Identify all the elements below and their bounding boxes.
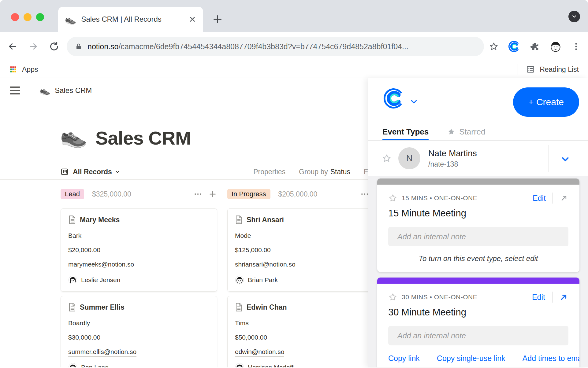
record-card[interactable]: Summer Ellis Boardly $30,000.00 summer.e… (61, 296, 217, 367)
male-face-icon (235, 363, 244, 367)
browser-menu-icon[interactable] (571, 42, 581, 51)
properties-button[interactable]: Properties (253, 168, 285, 176)
record-company: Mode (235, 232, 368, 239)
edit-link[interactable]: Edit (533, 194, 546, 203)
status-badge[interactable]: In Progress (227, 189, 270, 199)
column-more-icon[interactable] (360, 190, 368, 199)
record-company: Boardly (68, 319, 210, 327)
page-emoji-sneaker-icon[interactable]: 👟 (60, 123, 87, 149)
view-toolbar-divider (0, 179, 368, 180)
record-card[interactable]: Shri Ansari Mode $125,000.00 shriansari@… (227, 208, 368, 292)
sneaker-icon: 👟 (40, 86, 50, 96)
star-outline-icon[interactable] (388, 193, 397, 203)
view-toolbar: All Records Properties Group byStatus F (0, 164, 368, 179)
event-type-card: 15 MINS • ONE-ON-ONE Edit 15 Minute Meet… (377, 178, 579, 272)
tab-search-button[interactable] (568, 11, 580, 22)
minimize-window-button[interactable] (24, 13, 32, 21)
breadcrumb-label: Sales CRM (55, 86, 92, 95)
page-title-block: 👟 Sales CRM (60, 123, 191, 149)
record-name: Mary Meeks (80, 216, 120, 224)
owner-avatar (235, 275, 244, 285)
record-email-link[interactable]: summer.ellis@notion.so (68, 348, 136, 357)
sidebar-toggle-hamburger-icon[interactable] (10, 86, 20, 94)
record-amount: $50,000.00 (235, 334, 368, 341)
create-button[interactable]: + Create (513, 87, 579, 117)
internal-note-input[interactable] (388, 227, 568, 246)
group-by-value: Status (330, 168, 350, 176)
view-name: All Records (73, 168, 112, 176)
document-icon (235, 303, 243, 311)
event-type-card: 30 MINS • ONE-ON-ONE Edit 30 Minute Meet… (377, 278, 579, 367)
tab-event-types[interactable]: Event Types (382, 123, 429, 140)
extensions-puzzle-icon[interactable] (530, 42, 540, 51)
bookmark-star-icon[interactable] (489, 42, 499, 51)
copy-single-use-link-button[interactable]: Copy single-use link (437, 354, 505, 363)
edit-link[interactable]: Edit (532, 293, 545, 302)
new-tab-button[interactable] (212, 14, 223, 24)
url-path: /camacme/6de9fb7454454344a8087709f4b3b83… (118, 42, 408, 51)
record-email-link[interactable]: edwin@notion.so (235, 348, 284, 357)
zoom-window-button[interactable] (36, 13, 44, 21)
column-total: $325,000.00 (92, 190, 131, 198)
back-button[interactable] (7, 41, 18, 52)
tab-starred-label: Starred (459, 127, 485, 137)
event-title: 30 Minute Meeting (388, 307, 568, 318)
record-email-link[interactable]: marymeeks@notion.so (68, 261, 134, 269)
male-face-icon (68, 363, 77, 367)
record-name: Edwin Chan (247, 303, 287, 311)
record-email-link[interactable]: shriansari@notion.so (235, 261, 296, 269)
record-amount: $125,000.00 (235, 246, 368, 254)
profile-chevron-down-icon[interactable] (560, 154, 571, 164)
status-badge[interactable]: Lead (61, 189, 84, 199)
record-name: Summer Ellis (80, 303, 125, 311)
profile-row[interactable]: N Nate Martins /nate-138 (368, 141, 588, 176)
profile-avatar[interactable] (549, 40, 562, 53)
account-chevron-down-icon[interactable] (409, 97, 419, 106)
record-name: Shri Ansari (247, 216, 284, 224)
column-more-icon[interactable] (193, 190, 203, 199)
reload-button[interactable] (49, 41, 59, 52)
record-card[interactable]: Edwin Chan Tims $50,000.00 edwin@notion.… (227, 296, 368, 367)
star-outline-icon[interactable] (388, 293, 397, 302)
record-card[interactable]: Mary Meeks Bark $20,000.00 marymeeks@not… (61, 208, 217, 292)
address-bar[interactable]: notion.so/camacme/6de9fb7454454344a80877… (67, 37, 484, 56)
document-icon (235, 215, 243, 224)
breadcrumb[interactable]: 👟 Sales CRM (40, 86, 92, 96)
copy-link-button[interactable]: Copy link (388, 354, 420, 363)
add-times-to-email-button[interactable]: Add times to email (523, 354, 579, 363)
record-owner: Ben Lang (81, 364, 109, 367)
filter-button-truncated[interactable]: F (364, 168, 368, 176)
column-add-icon[interactable] (208, 190, 217, 199)
tab-strip: 👟 Sales CRM | All Records (0, 0, 588, 32)
document-icon (68, 215, 76, 224)
record-amount: $30,000.00 (68, 334, 210, 341)
owner-avatar (68, 363, 77, 367)
forward-button[interactable] (28, 41, 39, 52)
tab-starred[interactable]: Starred (447, 123, 485, 140)
female-face-icon (68, 275, 77, 285)
reading-list-button[interactable]: Reading List (540, 65, 579, 74)
column-header: Lead $325,000.00 (61, 188, 217, 200)
user-face-icon (549, 40, 562, 53)
board-view-icon (61, 168, 69, 176)
calendly-extension-icon[interactable] (508, 40, 521, 53)
star-outline-icon[interactable] (382, 153, 392, 163)
browser-window: 👟 Sales CRM | All Records notion.so/cama… (0, 0, 588, 368)
internal-note-input[interactable] (388, 326, 568, 345)
bookmark-apps[interactable]: Apps (22, 65, 38, 74)
bookmarks-divider (518, 64, 518, 75)
bookmarks-bar: Apps Reading List (0, 61, 588, 78)
tab-close-icon[interactable] (188, 15, 196, 23)
group-by-button[interactable]: Group byStatus (299, 168, 350, 176)
external-link-icon[interactable] (560, 194, 568, 202)
view-selector[interactable]: All Records (61, 168, 121, 176)
url-domain: notion.so (87, 42, 118, 51)
external-link-icon[interactable] (559, 293, 568, 302)
column-total: $205,000.00 (278, 190, 318, 198)
close-window-button[interactable] (11, 13, 19, 21)
browser-tab[interactable]: 👟 Sales CRM | All Records (58, 7, 203, 32)
chevron-down-icon (571, 13, 577, 20)
calendly-logo-icon[interactable] (382, 87, 406, 110)
sidebar-tabs: Event Types Starred (368, 123, 588, 141)
record-company: Bark (68, 232, 210, 239)
